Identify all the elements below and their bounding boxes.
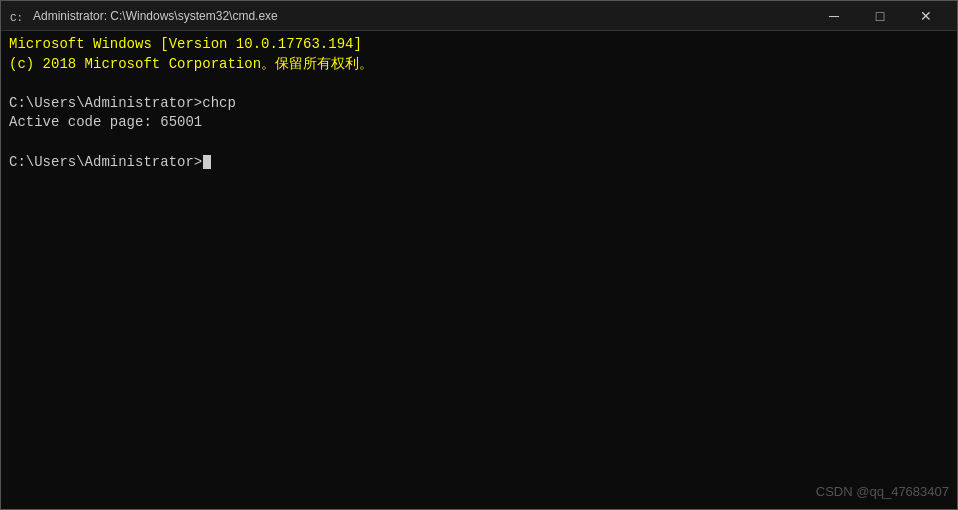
window-title: Administrator: C:\Windows\system32\cmd.e…: [33, 9, 811, 23]
cmd-icon: C:: [9, 8, 25, 24]
title-bar: C: Administrator: C:\Windows\system32\cm…: [1, 1, 957, 31]
cursor-block: [203, 155, 211, 169]
console-line-4: C:\Users\Administrator>chcp: [9, 94, 949, 114]
svg-text:C:: C:: [10, 12, 23, 24]
console-line-5: Active code page: 65001: [9, 113, 949, 133]
console-line-6: [9, 133, 949, 153]
console-body[interactable]: Microsoft Windows [Version 10.0.17763.19…: [1, 31, 957, 509]
minimize-button[interactable]: ─: [811, 1, 857, 31]
close-button[interactable]: ✕: [903, 1, 949, 31]
maximize-button[interactable]: □: [857, 1, 903, 31]
cmd-window: C: Administrator: C:\Windows\system32\cm…: [0, 0, 958, 510]
console-line-2: (c) 2018 Microsoft Corporation。保留所有权利。: [9, 55, 949, 75]
console-line-3: [9, 74, 949, 94]
watermark: CSDN @qq_47683407: [816, 483, 949, 501]
console-line-1: Microsoft Windows [Version 10.0.17763.19…: [9, 35, 949, 55]
window-controls: ─ □ ✕: [811, 1, 949, 31]
console-prompt: C:\Users\Administrator>: [9, 153, 202, 173]
console-prompt-line: C:\Users\Administrator>: [9, 153, 949, 173]
